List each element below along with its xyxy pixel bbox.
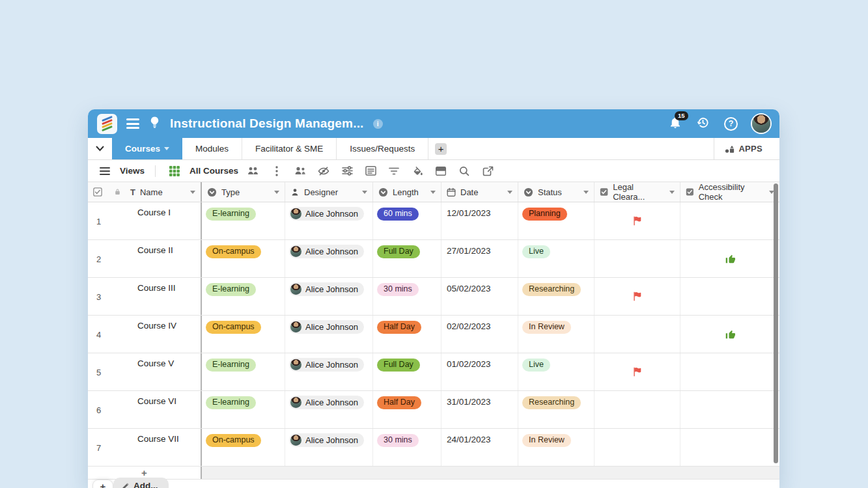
designer-chip[interactable]: Alice Johnson: [289, 245, 364, 258]
course-name[interactable]: Course IV: [137, 321, 176, 331]
column-header-type[interactable]: Type: [202, 182, 285, 202]
type-pill[interactable]: E-learning: [206, 396, 256, 409]
table-row[interactable]: 4 Course IV On-campus Alice Johnson Half…: [88, 316, 779, 353]
name-cell[interactable]: 4 Course IV: [88, 316, 202, 353]
accessibility-check-cell[interactable]: [680, 353, 779, 390]
collapse-tabs-button[interactable]: [88, 138, 112, 159]
members-icon[interactable]: [292, 163, 309, 180]
length-pill[interactable]: Full Day: [377, 359, 420, 372]
add-table-button[interactable]: +: [435, 143, 447, 155]
length-pill[interactable]: 30 mins: [377, 283, 419, 296]
type-pill[interactable]: On-campus: [206, 434, 261, 447]
course-name[interactable]: Course V: [137, 359, 174, 368]
length-cell[interactable]: Half Day: [373, 391, 441, 428]
tab-issues-requests[interactable]: Issues/Requests: [337, 138, 428, 159]
designer-chip[interactable]: Alice Johnson: [289, 433, 364, 447]
search-icon[interactable]: [456, 163, 473, 180]
designer-chip[interactable]: Alice Johnson: [289, 396, 364, 409]
vertical-scrollbar[interactable]: [774, 183, 778, 463]
table-row[interactable]: 7 Course VII On-campus Alice Johnson 30 …: [88, 429, 779, 467]
table-row[interactable]: 2 Course II On-campus Alice Johnson Full…: [88, 240, 779, 278]
info-icon[interactable]: i: [373, 119, 383, 129]
accessibility-check-cell[interactable]: [680, 316, 779, 353]
name-cell[interactable]: 3 Course III: [88, 278, 202, 315]
course-name[interactable]: Course I: [137, 208, 171, 217]
column-header-accessibility-check[interactable]: Accessibility Check: [680, 182, 779, 202]
course-name[interactable]: Course II: [137, 245, 173, 255]
history-icon[interactable]: [696, 116, 710, 132]
column-header-designer[interactable]: Designer: [285, 182, 373, 202]
views-menu-icon[interactable]: [96, 163, 113, 180]
status-cell[interactable]: Researching: [518, 391, 595, 428]
tab-modules[interactable]: Modules: [182, 138, 242, 159]
type-cell[interactable]: E-learning: [202, 278, 285, 315]
type-cell[interactable]: E-learning: [202, 391, 285, 428]
thumbs-up-icon[interactable]: [725, 329, 736, 340]
collaborators-icon[interactable]: [245, 163, 262, 180]
chevron-down-icon[interactable]: [362, 191, 367, 194]
accessibility-check-cell[interactable]: [680, 391, 779, 428]
length-cell[interactable]: Full Day: [373, 353, 441, 390]
name-cell[interactable]: 2 Course II: [88, 240, 202, 277]
length-cell[interactable]: 30 mins: [373, 429, 441, 466]
status-cell[interactable]: Live: [518, 240, 595, 277]
chevron-down-icon[interactable]: [583, 191, 589, 194]
settings-sliders-icon[interactable]: [339, 163, 356, 180]
type-cell[interactable]: On-campus: [202, 316, 285, 353]
name-cell[interactable]: 7 Course VII: [88, 429, 202, 466]
column-header-length[interactable]: Length: [373, 182, 441, 202]
status-pill[interactable]: In Review: [522, 321, 571, 334]
type-cell[interactable]: E-learning: [202, 202, 285, 239]
table-row[interactable]: 5 Course V E-learning Alice Johnson Full…: [88, 353, 779, 391]
add-record-button[interactable]: Add...: [113, 478, 169, 488]
notifications-button[interactable]: 15: [669, 116, 682, 132]
fill-color-icon[interactable]: [409, 163, 426, 180]
type-pill[interactable]: E-learning: [206, 208, 256, 221]
date-cell[interactable]: 27/01/2023: [441, 240, 518, 277]
length-pill[interactable]: 30 mins: [377, 434, 419, 447]
length-pill[interactable]: Half Day: [377, 396, 421, 409]
length-pill[interactable]: 60 mins: [377, 208, 419, 221]
status-cell[interactable]: Researching: [518, 278, 595, 315]
views-label[interactable]: Views: [120, 166, 145, 176]
status-pill[interactable]: In Review: [522, 434, 571, 447]
name-cell[interactable]: 5 Course V: [88, 353, 202, 390]
menu-icon[interactable]: [126, 118, 139, 129]
type-pill[interactable]: On-campus: [206, 321, 261, 334]
legal-clearance-cell[interactable]: [595, 391, 680, 428]
designer-cell[interactable]: Alice Johnson: [285, 202, 373, 239]
length-cell[interactable]: 30 mins: [373, 278, 441, 315]
length-cell[interactable]: 60 mins: [373, 202, 441, 239]
type-cell[interactable]: On-campus: [202, 429, 285, 466]
legal-clearance-cell[interactable]: [595, 316, 680, 353]
chevron-down-icon[interactable]: [190, 191, 195, 194]
status-pill[interactable]: Planning: [522, 208, 567, 221]
course-name[interactable]: Course VI: [137, 396, 176, 406]
apps-button[interactable]: APPS: [714, 144, 779, 154]
name-cell[interactable]: 1 Course I: [88, 202, 202, 239]
designer-chip[interactable]: Alice Johnson: [289, 320, 364, 334]
accessibility-check-cell[interactable]: [680, 202, 779, 239]
date-cell[interactable]: 02/02/2023: [441, 316, 518, 353]
length-pill[interactable]: Full Day: [377, 245, 420, 258]
table-row[interactable]: 3 Course III E-learning Alice Johnson 30…: [88, 278, 779, 316]
designer-cell[interactable]: Alice Johnson: [285, 278, 373, 315]
type-pill[interactable]: E-learning: [206, 359, 256, 372]
filter-icon[interactable]: [385, 163, 402, 180]
hide-fields-icon[interactable]: [315, 163, 332, 180]
chevron-down-icon[interactable]: [430, 191, 436, 194]
user-avatar[interactable]: [752, 115, 770, 133]
select-all-checkbox[interactable]: [93, 187, 102, 197]
status-cell[interactable]: In Review: [518, 316, 595, 353]
status-pill[interactable]: Live: [522, 359, 550, 372]
view-name[interactable]: All Courses: [189, 166, 238, 176]
accessibility-check-cell[interactable]: [680, 429, 779, 466]
legal-clearance-cell[interactable]: [595, 353, 680, 390]
legal-clearance-cell[interactable]: [595, 278, 680, 315]
legal-clearance-cell[interactable]: [595, 202, 680, 239]
stackby-logo-icon[interactable]: [97, 114, 117, 134]
status-pill[interactable]: Researching: [522, 283, 581, 296]
accessibility-check-cell[interactable]: [680, 240, 779, 277]
chevron-down-icon[interactable]: [669, 191, 675, 194]
column-header-name[interactable]: T Name: [88, 182, 202, 202]
